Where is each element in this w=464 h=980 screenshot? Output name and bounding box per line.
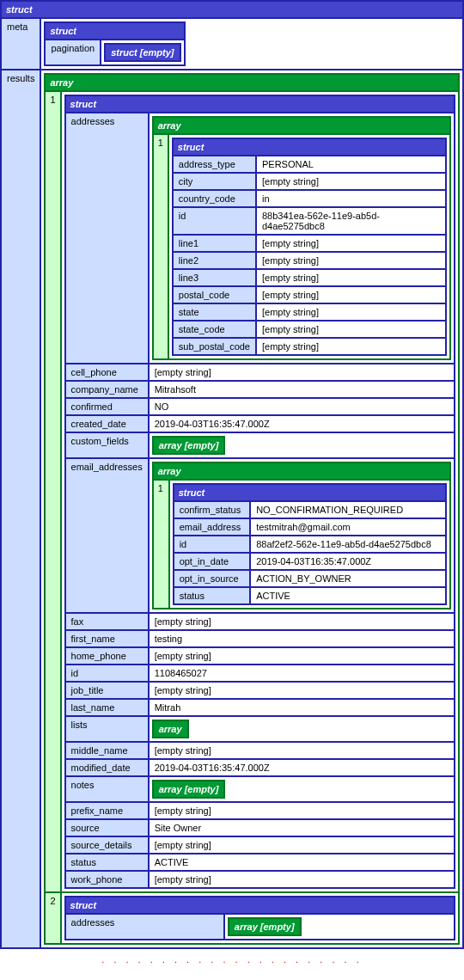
val-state: [empty string] <box>256 303 446 321</box>
val-fax: [empty string] <box>149 613 455 630</box>
struct-header: struct <box>45 22 184 40</box>
val-confirmed: NO <box>149 398 455 415</box>
val-addresses: array 1 struct <box>149 113 455 364</box>
key-state-code: state_code <box>173 321 256 338</box>
struct-header: struct <box>173 138 446 156</box>
val-line1: [empty string] <box>256 235 446 252</box>
key-line1: line1 <box>173 235 256 252</box>
email-item: struct confirm_statusNO_CONFIRMATION_REQ… <box>169 480 450 609</box>
key-pagination: pagination <box>45 40 101 65</box>
val-company-name: Mitrahsoft <box>149 381 455 398</box>
key-addresses: addresses <box>65 113 149 364</box>
results-item-2: struct addresses array [empty] <box>61 892 459 944</box>
val-line3: [empty string] <box>256 269 446 286</box>
key-address-type: address_type <box>173 156 256 173</box>
val-status: ACTIVE <box>149 854 455 871</box>
val-line2: [empty string] <box>256 252 446 269</box>
val-custom-fields: array [empty] <box>149 432 455 458</box>
key-meta: meta <box>1 18 40 70</box>
contact-struct-2: struct addresses array [empty] <box>64 896 455 940</box>
key-status: status <box>65 854 149 871</box>
key-confirmed: confirmed <box>65 398 149 415</box>
val-email-id: 88af2ef2-562e-11e9-ab5d-d4ae5275dbc8 <box>250 536 446 553</box>
key-modified-date: modified_date <box>65 759 149 776</box>
array-header: array <box>153 117 450 134</box>
val-source-details: [empty string] <box>149 836 455 854</box>
key-country-code: country_code <box>173 190 256 207</box>
key-prefix-name: prefix_name <box>65 802 149 819</box>
key-email-address: email_address <box>174 518 251 536</box>
key-postal-code: postal_code <box>173 286 256 303</box>
val-opt-in-date: 2019-04-03T16:35:47.000Z <box>250 553 446 570</box>
key-lists: lists <box>65 716 149 742</box>
val-country-code: in <box>256 190 446 207</box>
val-email-addresses: array 1 struct <box>149 458 455 613</box>
val-source: Site Owner <box>149 819 455 836</box>
key-first-name: first_name <box>65 630 149 647</box>
contact-struct: struct addresses array <box>64 95 455 889</box>
array-empty-badge: array [empty] <box>228 917 302 936</box>
array-header: array <box>153 462 450 480</box>
key-work-phone: work_phone <box>65 871 149 888</box>
key-sub-postal-code: sub_postal_code <box>173 338 256 355</box>
struct-header: struct <box>174 484 446 501</box>
val-work-phone: [empty string] <box>149 871 455 888</box>
val-middle-name: [empty string] <box>149 742 455 759</box>
key-opt-in-date: opt_in_date <box>174 553 251 570</box>
key-cell-phone: cell_phone <box>65 364 149 381</box>
array-header: array <box>45 74 459 91</box>
key-results: results <box>1 70 40 948</box>
address-item: struct address_typePERSONAL city[empty s… <box>168 134 450 359</box>
val-address-id: 88b341ea-562e-11e9-ab5d-d4ae5275dbc8 <box>256 207 446 235</box>
key-id: id <box>173 207 256 235</box>
val-address-type: PERSONAL <box>256 156 446 173</box>
val-lists: array <box>149 716 455 742</box>
meta-struct: struct pagination struct [empty] <box>44 21 185 66</box>
val-state-code: [empty string] <box>256 321 446 338</box>
root-struct: struct meta struct pagination struct [em… <box>0 0 464 949</box>
key-id: id <box>65 665 149 682</box>
val-prefix-name: [empty string] <box>149 802 455 819</box>
val-home-phone: [empty string] <box>149 647 455 665</box>
val-addresses-2: array [empty] <box>224 914 455 940</box>
struct-header: struct <box>65 95 455 113</box>
val-postal-code: [empty string] <box>256 286 446 303</box>
val-sub-postal-code: [empty string] <box>256 338 446 355</box>
val-first-name: testing <box>149 630 455 647</box>
truncated-dots: . . . . . . . . . . . . . . . . . . . . … <box>0 949 464 973</box>
val-modified-date: 2019-04-03T16:35:47.000Z <box>149 759 455 776</box>
val-contact-id: 1108465027 <box>149 665 455 682</box>
val-pagination: struct [empty] <box>101 40 184 65</box>
key-city: city <box>173 173 256 190</box>
results-item-1: struct addresses array <box>61 91 459 892</box>
array-index: 1 <box>153 134 168 359</box>
val-email-status: ACTIVE <box>250 587 446 604</box>
val-job-title: [empty string] <box>149 682 455 699</box>
val-results: array 1 struct addresses <box>40 70 463 948</box>
key-state: state <box>173 303 256 321</box>
key-company-name: company_name <box>65 381 149 398</box>
key-opt-in-source: opt_in_source <box>174 570 251 587</box>
address-struct: struct address_typePERSONAL city[empty s… <box>172 138 447 356</box>
key-middle-name: middle_name <box>65 742 149 759</box>
key-created-date: created_date <box>65 415 149 432</box>
key-email-addresses: email_addresses <box>65 458 149 613</box>
struct-empty-badge: struct [empty] <box>104 43 180 62</box>
val-created-date: 2019-04-03T16:35:47.000Z <box>149 415 455 432</box>
val-last-name: Mitrah <box>149 699 455 716</box>
val-confirm-status: NO_CONFIRMATION_REQUIRED <box>250 501 446 518</box>
val-opt-in-source: ACTION_BY_OWNER <box>250 570 446 587</box>
val-email-address: testmitrah@gmail.com <box>250 518 446 536</box>
key-source: source <box>65 819 149 836</box>
addresses-array: array 1 struct <box>152 116 451 360</box>
key-custom-fields: custom_fields <box>65 432 149 458</box>
results-array: array 1 struct addresses <box>44 73 460 945</box>
array-badge: array <box>152 720 189 738</box>
key-confirm-status: confirm_status <box>174 501 251 518</box>
val-notes: array [empty] <box>149 776 455 802</box>
array-empty-badge: array [empty] <box>152 780 226 799</box>
email-addresses-array: array 1 struct <box>152 462 451 609</box>
key-status: status <box>174 587 251 604</box>
array-index: 1 <box>153 480 169 609</box>
val-cell-phone: [empty string] <box>149 364 455 381</box>
